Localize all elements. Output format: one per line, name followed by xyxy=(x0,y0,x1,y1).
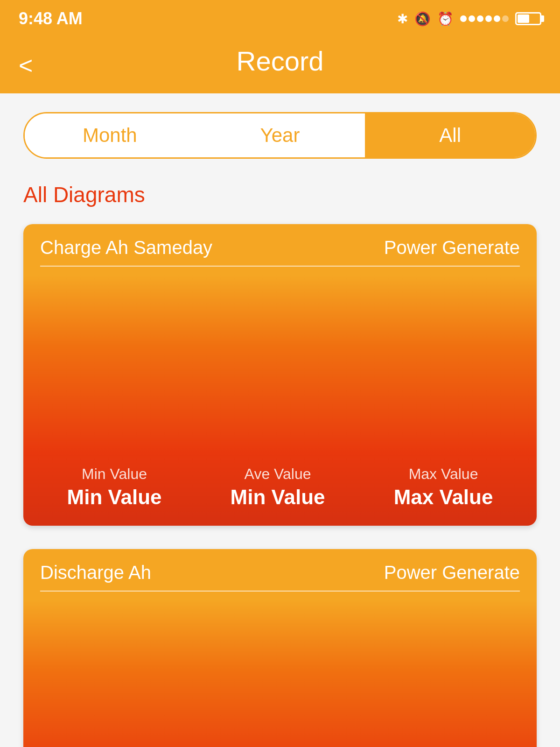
stat-max-value: Max Value xyxy=(394,486,493,509)
card-charge-ah: Charge Ah Sameday Power Generate Min Val… xyxy=(23,224,537,526)
card-charge-title-left: Charge Ah Sameday xyxy=(40,237,212,258)
section-title: All Diagrams xyxy=(23,182,537,207)
card-charge-footer: Min Value Min Value Ave Value Min Value … xyxy=(23,452,537,526)
card-discharge-header: Discharge Ah Power Generate xyxy=(23,549,537,600)
stat-min-label: Min Value xyxy=(82,465,147,483)
alarm-icon: 🔕 xyxy=(414,11,431,27)
card-charge-header: Charge Ah Sameday Power Generate xyxy=(23,224,537,275)
tab-all[interactable]: All xyxy=(365,113,535,157)
card-charge-header-row: Charge Ah Sameday Power Generate xyxy=(40,237,520,267)
tab-month[interactable]: Month xyxy=(25,113,195,157)
content-area: Month Year All All Diagrams Charge Ah Sa… xyxy=(0,93,560,747)
card-discharge-title-left: Discharge Ah xyxy=(40,562,151,583)
card-discharge-header-row: Discharge Ah Power Generate xyxy=(40,562,520,592)
stat-max: Max Value Max Value xyxy=(394,465,493,509)
card-discharge-chart xyxy=(23,600,537,747)
stat-min-value: Min Value xyxy=(67,486,162,509)
status-time: 9:48 AM xyxy=(19,9,83,28)
card-discharge-title-right: Power Generate xyxy=(384,562,520,583)
status-icons: ✱ 🔕 ⏰ xyxy=(397,11,541,27)
stat-min: Min Value Min Value xyxy=(67,465,162,509)
stat-ave-label: Ave Value xyxy=(245,465,311,483)
stat-ave-value: Min Value xyxy=(231,486,325,509)
stat-max-label: Max Value xyxy=(409,465,478,483)
status-bar: 9:48 AM ✱ 🔕 ⏰ xyxy=(0,0,560,37)
page-title: Record xyxy=(237,45,324,77)
app-header: < Record xyxy=(0,37,560,93)
tab-year[interactable]: Year xyxy=(195,113,365,157)
card-discharge-ah: Discharge Ah Power Generate Min Value Mi… xyxy=(23,549,537,747)
bluetooth-icon: ✱ xyxy=(397,11,408,27)
battery-icon xyxy=(515,12,541,25)
clock-icon: ⏰ xyxy=(437,11,454,27)
stat-ave: Ave Value Min Value xyxy=(231,465,325,509)
tab-bar: Month Year All xyxy=(23,112,537,159)
card-charge-title-right: Power Generate xyxy=(384,237,520,258)
card-charge-chart xyxy=(23,275,537,452)
back-button[interactable]: < xyxy=(19,53,33,78)
signal-dots xyxy=(460,15,509,22)
